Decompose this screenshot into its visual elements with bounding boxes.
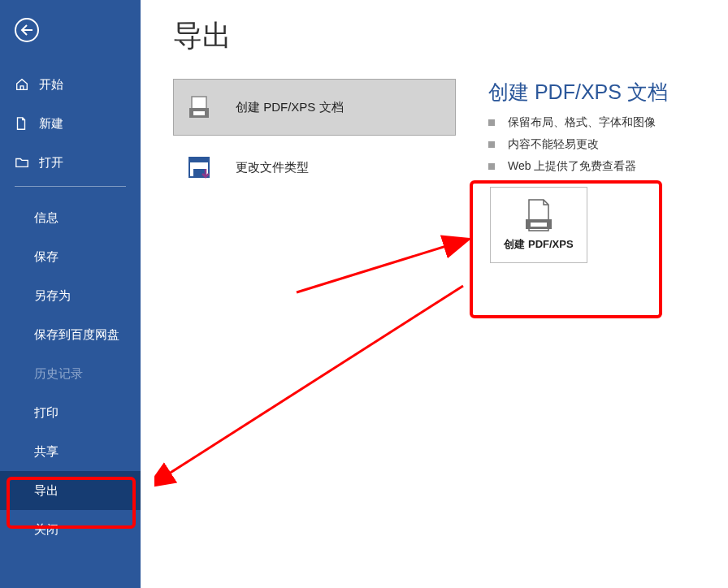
sidebar-item-label: 保存到百度网盘 (34, 327, 141, 343)
bullet-icon (488, 141, 495, 148)
pdf-doc-icon (524, 198, 553, 232)
export-detail: 创建 PDF/XPS 文档 保留布局、格式、字体和图像 内容不能轻易更改 Web… (488, 79, 704, 263)
sidebar-item-save[interactable]: 保存 (0, 237, 141, 276)
sidebar-item-label: 历史记录 (34, 366, 141, 382)
bullet-text: 保留布局、格式、字体和图像 (508, 115, 656, 130)
content-row: 创建 PDF/XPS 文档 更改文件类型 创建 PDF/XPS 文档 保留布 (173, 79, 704, 263)
sidebar-item-label: 打开 (39, 155, 141, 171)
page-title: 导出 (173, 16, 704, 56)
pdf-icon (185, 93, 213, 121)
option-label: 创建 PDF/XPS 文档 (236, 100, 344, 115)
option-create-pdf-xps[interactable]: 创建 PDF/XPS 文档 (173, 79, 456, 136)
sidebar-item-export[interactable]: 导出 (0, 471, 141, 510)
sidebar-item-label: 导出 (34, 483, 141, 499)
sidebar-item-label: 关闭 (34, 522, 141, 538)
bullet-icon (488, 163, 495, 170)
svg-rect-7 (531, 223, 547, 227)
detail-bullet: Web 上提供了免费查看器 (488, 159, 704, 174)
option-change-file-type[interactable]: 更改文件类型 (173, 139, 456, 196)
sidebar-item-label: 开始 (39, 77, 141, 93)
arrow-left-icon (20, 24, 33, 36)
export-options: 创建 PDF/XPS 文档 更改文件类型 (173, 79, 456, 263)
bullet-text: Web 上提供了免费查看器 (508, 159, 636, 174)
detail-bullet: 保留布局、格式、字体和图像 (488, 115, 704, 130)
sidebar-item-info[interactable]: 信息 (0, 198, 141, 237)
svg-rect-2 (193, 111, 205, 115)
sidebar-item-print[interactable]: 打印 (0, 393, 141, 432)
sidebar-item-label: 新建 (39, 116, 141, 132)
sidebar-item-label: 共享 (34, 444, 141, 460)
sidebar-item-close[interactable]: 关闭 (0, 510, 141, 549)
folder-icon (15, 156, 31, 169)
document-icon (15, 116, 31, 131)
detail-title: 创建 PDF/XPS 文档 (488, 79, 704, 106)
sidebar-item-save-as[interactable]: 另存为 (0, 276, 141, 315)
button-label: 创建 PDF/XPS (504, 237, 573, 252)
sidebar-divider (15, 186, 126, 187)
sidebar-item-label: 另存为 (34, 288, 141, 304)
svg-rect-4 (189, 158, 209, 162)
sidebar-item-label: 保存 (34, 249, 141, 265)
sidebar-item-open[interactable]: 打开 (0, 143, 141, 182)
option-label: 更改文件类型 (236, 160, 309, 175)
sidebar: 开始 新建 打开 信息 保存 另存为 保存到百度网盘 历史记录 打印 共享 导出… (0, 0, 141, 588)
main-content: 导出 创建 PDF/XPS 文档 (141, 0, 728, 588)
sidebar-item-share[interactable]: 共享 (0, 432, 141, 471)
bullet-icon (488, 119, 495, 126)
home-icon (15, 77, 31, 92)
detail-bullet: 内容不能轻易更改 (488, 137, 704, 152)
sidebar-item-new[interactable]: 新建 (0, 104, 141, 143)
sidebar-item-home[interactable]: 开始 (0, 65, 141, 104)
create-pdf-xps-button[interactable]: 创建 PDF/XPS (490, 187, 587, 263)
back-button[interactable] (15, 18, 39, 42)
sidebar-item-label: 打印 (34, 405, 141, 421)
bullet-text: 内容不能轻易更改 (508, 137, 599, 152)
sidebar-item-save-baidu[interactable]: 保存到百度网盘 (0, 315, 141, 354)
save-as-icon (185, 153, 213, 181)
sidebar-item-history: 历史记录 (0, 354, 141, 393)
sidebar-item-label: 信息 (34, 210, 141, 226)
